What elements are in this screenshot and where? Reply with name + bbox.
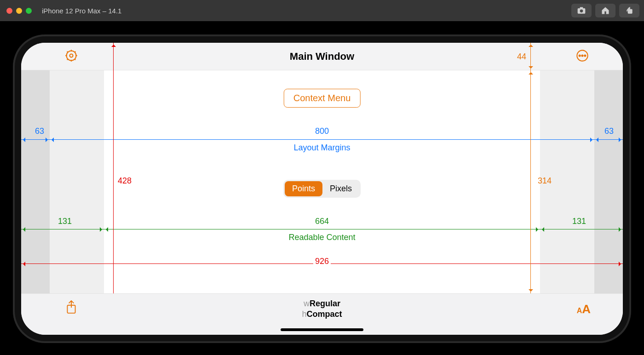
readable-right-line [540,229,623,229]
text-size-big-icon: A [582,302,591,316]
layout-margin-left-value: 63 [35,126,44,136]
home-icon [601,6,610,15]
nav-height-line [530,43,531,70]
safe-height-line [530,70,531,293]
toolbar: wRegular hCompact AA [21,293,623,335]
content-area: Context Menu Points Pixels 63 800 Layout… [21,70,623,293]
window-controls [6,8,32,14]
simulator-title: iPhone 12 Pro Max – 14.1 [42,7,121,15]
close-window-button[interactable] [6,8,12,14]
more-button[interactable] [576,49,589,64]
zoom-window-button[interactable] [26,8,32,14]
readable-left-value: 131 [58,217,72,226]
text-size-small-icon: A [577,307,582,315]
svg-point-8 [581,55,583,56]
safe-height-value: 314 [538,176,552,186]
minimize-window-button[interactable] [16,8,22,14]
home-button[interactable] [595,4,615,17]
screen-height-value: 428 [118,176,132,186]
unit-toggle[interactable]: Points Pixels [283,180,361,198]
svg-point-9 [584,55,586,56]
share-icon [65,300,77,314]
nav-height-value: 44 [517,52,526,62]
page-title: Main Window [290,51,354,63]
svg-rect-3 [628,9,632,14]
ellipsis-circle-icon [576,49,589,62]
readable-left-line [21,229,104,229]
svg-rect-2 [580,7,583,9]
height-class-value: Compact [307,309,342,319]
svg-point-1 [580,10,583,13]
layout-margin-width-value: 800 [315,126,329,136]
width-class-prefix: w [304,299,310,308]
settings-button[interactable] [65,49,78,64]
screen-width-value: 926 [313,257,331,266]
height-class-prefix: h [302,309,306,319]
home-indicator[interactable] [281,328,363,331]
svg-point-5 [70,54,73,57]
share-button[interactable] [65,300,77,316]
camera-icon [577,6,586,15]
size-classes: wRegular hCompact [302,298,342,320]
device-screen: Main Window Context Menu Points Pixels 6… [21,43,623,335]
layout-margin-right [594,70,623,293]
text-size-button[interactable]: AA [577,302,591,316]
rotate-icon [625,6,634,15]
rotate-button[interactable] [619,4,639,17]
readable-right-value: 131 [572,217,586,226]
svg-point-7 [579,55,581,56]
width-class-value: Regular [310,299,340,308]
unit-toggle-points[interactable]: Points [285,181,322,196]
layout-margin-right-value: 63 [604,126,614,136]
context-menu-button[interactable]: Context Menu [284,89,361,108]
screen-height-line [113,43,114,335]
layout-margin-left [21,70,50,293]
layout-margin-right-line [594,139,623,140]
readable-width-value: 664 [315,217,329,226]
layout-margin-width-line [50,139,594,140]
simulator-titlebar: iPhone 12 Pro Max – 14.1 [0,0,644,21]
gear-icon [65,49,78,62]
readable-width-line [104,229,540,229]
device-frame: Main Window Context Menu Points Pixels 6… [13,34,631,343]
screenshot-button[interactable] [571,4,592,17]
layout-margins-label: Layout Margins [293,143,350,153]
readable-label: Readable Content [288,233,355,242]
unit-toggle-pixels[interactable]: Pixels [322,181,359,196]
layout-margin-left-line [21,139,50,140]
